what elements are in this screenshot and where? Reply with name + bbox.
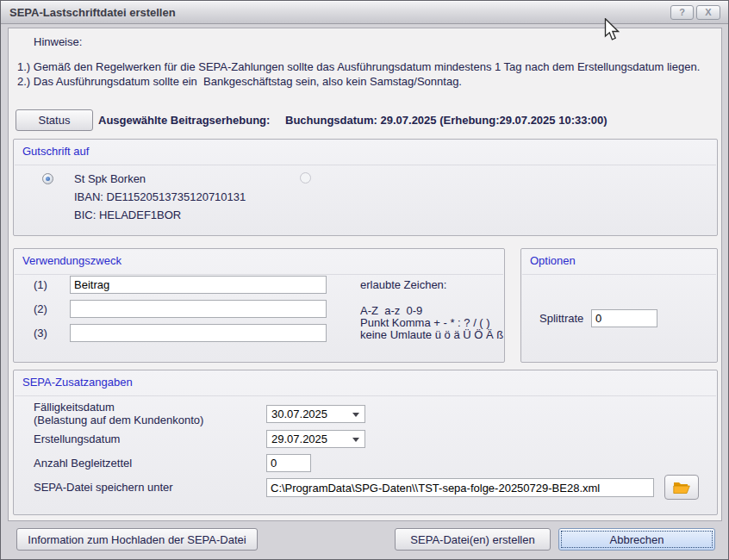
- group-separator: [15, 395, 716, 396]
- window-title: SEPA-Lastschriftdatei erstellen: [9, 6, 176, 19]
- creation-date-value: 29.07.2025: [271, 432, 327, 445]
- purpose-row-2-label: (2): [34, 302, 47, 315]
- sepa-dialog-window: SEPA-Lastschriftdatei erstellen ? X Hinw…: [0, 0, 729, 560]
- purpose-row-1-label: (1): [34, 278, 47, 291]
- allowed-chars-heading: erlaubte Zeichen:: [360, 278, 446, 291]
- save-path-input[interactable]: [266, 478, 654, 497]
- purpose-input-2[interactable]: [70, 300, 327, 318]
- hinweise-line-2: 2.) Das Ausführungsdatum sollte ein Bank…: [17, 75, 462, 88]
- zusatzangaben-group-title: SEPA-Zusatzangaben: [22, 376, 133, 389]
- allowed-chars-line-3: keine Umlaute ü ö ä Ü Ö Ä ß: [360, 328, 503, 341]
- accompanying-slips-label: Anzahl Begleitzettel: [34, 457, 132, 470]
- save-path-label: SEPA-Datei speichern unter: [34, 481, 173, 494]
- mouse-cursor-icon: [604, 18, 620, 44]
- allowed-chars-line-1: A-Z a-z 0-9: [360, 304, 422, 317]
- chevron-down-icon: [352, 413, 359, 417]
- account-bic-label: BIC: HELADEF1BOR: [74, 208, 181, 221]
- gutschrift-group-title: Gutschrift auf: [22, 145, 89, 158]
- creation-date-label: Erstellungsdatum: [34, 432, 120, 445]
- help-button[interactable]: ?: [670, 5, 694, 20]
- due-date-label-line-1: Fälligkeitsdatum: [34, 401, 203, 414]
- purpose-input-1[interactable]: [70, 276, 327, 294]
- optionen-group-title: Optionen: [530, 254, 576, 267]
- cancel-button[interactable]: Abbrechen: [558, 528, 715, 551]
- hinweise-line-1: 1.) Gemäß den Regelwerken für die SEPA-Z…: [17, 60, 700, 73]
- purpose-input-3[interactable]: [70, 324, 327, 342]
- create-sepa-file-button-label: SEPA-Datei(en) erstellen: [410, 533, 534, 546]
- folder-open-icon: [673, 481, 690, 495]
- group-separator: [15, 165, 716, 165]
- splittrate-input[interactable]: [591, 309, 657, 327]
- due-date-dropdown[interactable]: 30.07.2025: [266, 405, 365, 423]
- due-date-label: Fälligkeitsdatum (Belastung auf dem Kund…: [34, 401, 203, 426]
- optionen-groupbox: Optionen: [520, 248, 718, 363]
- chevron-down-icon: [352, 438, 359, 442]
- due-date-value: 30.07.2025: [271, 408, 327, 420]
- status-button-label: Status: [39, 114, 71, 127]
- group-separator: [522, 274, 716, 275]
- verwendungszweck-group-title: Verwendungszweck: [22, 254, 122, 267]
- upload-info-button[interactable]: Information zum Hochladen der SEPA-Datei: [16, 528, 258, 551]
- purpose-row-3-label: (3): [34, 327, 47, 339]
- browse-folder-button[interactable]: [664, 475, 699, 500]
- account-radio-unselected-icon[interactable]: [300, 172, 311, 184]
- account-name-label: St Spk Borken: [74, 172, 146, 185]
- cancel-button-label: Abbrechen: [610, 533, 664, 546]
- hinweise-heading: Hinweise:: [34, 35, 82, 48]
- splittrate-label: Splittrate: [539, 312, 583, 325]
- gutschrift-groupbox: Gutschrift auf: [13, 139, 718, 236]
- upload-info-button-label: Information zum Hochladen der SEPA-Datei: [28, 533, 246, 546]
- creation-date-dropdown[interactable]: 29.07.2025: [266, 430, 365, 448]
- due-date-label-line-2: (Belastung auf dem Kundenkonto): [34, 414, 203, 426]
- account-radio-selected-icon[interactable]: [42, 173, 53, 184]
- booking-date-value: Buchungsdatum: 29.07.2025 (Erhebung:29.0…: [285, 114, 608, 127]
- group-separator: [15, 274, 503, 275]
- account-iban-label: IBAN: DE11520513735120710131: [74, 190, 246, 203]
- selected-collection-label: Ausgewählte Beitragserhebung:: [98, 114, 270, 127]
- create-sepa-file-button[interactable]: SEPA-Datei(en) erstellen: [395, 528, 551, 551]
- status-button[interactable]: Status: [16, 109, 93, 131]
- accompanying-slips-input[interactable]: [266, 454, 311, 472]
- allowed-chars-line-2: Punkt Komma + - * : ? / ( ): [360, 316, 490, 329]
- close-button[interactable]: X: [696, 5, 720, 20]
